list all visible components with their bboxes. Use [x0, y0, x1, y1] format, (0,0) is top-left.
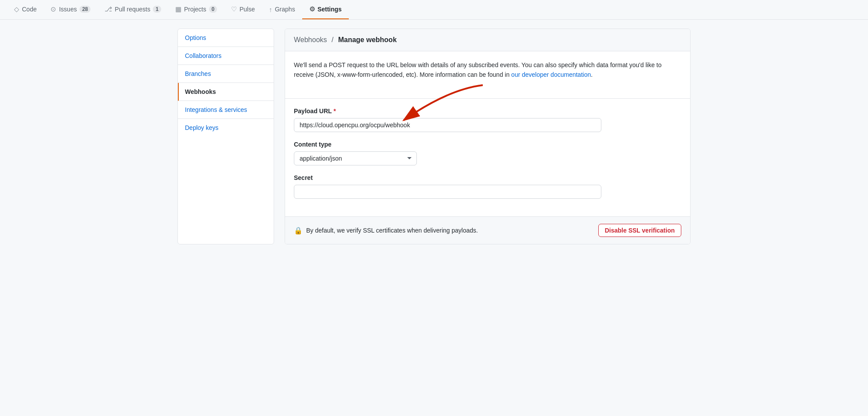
pull-request-icon: ⎇	[105, 5, 112, 13]
secret-group: Secret	[294, 174, 681, 199]
sidebar: Options Collaborators Branches Webhooks …	[177, 29, 274, 244]
breadcrumb: Webhooks / Manage webhook	[294, 36, 681, 44]
content-description: We'll send a POST request to the URL bel…	[285, 51, 690, 99]
ssl-footer: 🔒 By default, we verify SSL certificates…	[285, 216, 690, 244]
tab-graphs[interactable]: ↑ Graphs	[262, 0, 302, 19]
sidebar-item-options[interactable]: Options	[178, 29, 274, 47]
content-type-label: Content type	[294, 141, 681, 148]
repo-nav: ◇ Code ⊙ Issues 28 ⎇ Pull requests 1 ▦ P…	[0, 0, 868, 20]
issues-icon: ⊙	[51, 5, 56, 13]
tab-projects[interactable]: ▦ Projects 0	[168, 0, 224, 19]
payload-url-label: Payload URL*	[294, 108, 681, 115]
secret-label: Secret	[294, 174, 681, 181]
sidebar-item-integrations[interactable]: Integrations & services	[178, 101, 274, 119]
lock-icon: 🔒	[294, 226, 303, 235]
content-header: Webhooks / Manage webhook	[285, 29, 690, 51]
graphs-icon: ↑	[269, 6, 272, 13]
developer-documentation-link[interactable]: our developer documentation	[511, 71, 591, 78]
sidebar-item-webhooks[interactable]: Webhooks	[178, 83, 274, 101]
content-type-group: Content type application/json applicatio…	[294, 141, 681, 165]
code-icon: ◇	[14, 5, 19, 13]
content-type-select[interactable]: application/json application/x-www-form-…	[294, 151, 417, 165]
settings-gear-icon: ⚙	[309, 5, 315, 13]
payload-url-input[interactable]	[294, 118, 601, 132]
tab-pulse[interactable]: ♡ Pulse	[224, 0, 262, 19]
tab-issues[interactable]: ⊙ Issues 28	[43, 0, 98, 19]
tab-settings[interactable]: ⚙ Settings	[302, 0, 349, 19]
tab-code[interactable]: ◇ Code	[7, 0, 43, 19]
sidebar-item-deploy-keys[interactable]: Deploy keys	[178, 119, 274, 136]
pulse-icon: ♡	[231, 5, 237, 13]
disable-ssl-button[interactable]: Disable SSL verification	[598, 224, 681, 237]
ssl-text: 🔒 By default, we verify SSL certificates…	[294, 226, 478, 235]
payload-url-group: Payload URL*	[294, 108, 681, 132]
tab-pull-requests[interactable]: ⎇ Pull requests 1	[98, 0, 168, 19]
sidebar-item-collaborators[interactable]: Collaborators	[178, 47, 274, 65]
content-panel: Webhooks / Manage webhook We'll send a P…	[285, 29, 691, 244]
projects-icon: ▦	[175, 5, 181, 13]
main-layout: Options Collaborators Branches Webhooks …	[170, 20, 698, 253]
webhook-form: Payload URL* Content type application/js…	[285, 99, 690, 216]
sidebar-item-branches[interactable]: Branches	[178, 65, 274, 83]
secret-input[interactable]	[294, 185, 601, 199]
